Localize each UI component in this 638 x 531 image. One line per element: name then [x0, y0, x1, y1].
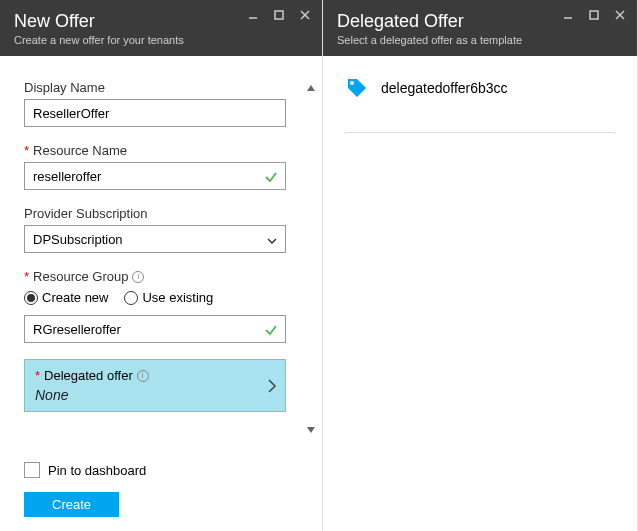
- delegated-offer-item[interactable]: delegatedoffer6b3cc: [345, 76, 615, 100]
- resource-group-input[interactable]: [24, 315, 286, 343]
- resource-group-label-text: Resource Group: [33, 269, 128, 284]
- resource-name-group: * Resource Name: [24, 143, 286, 190]
- resource-name-label: * Resource Name: [24, 143, 286, 158]
- delegated-offer-value: None: [35, 387, 275, 403]
- use-existing-label: Use existing: [142, 290, 213, 305]
- scrollbar[interactable]: [304, 80, 322, 450]
- pin-checkbox[interactable]: [24, 462, 40, 478]
- display-name-group: Display Name: [24, 80, 286, 127]
- display-name-input[interactable]: [24, 99, 286, 127]
- radio-circle-selected: [24, 291, 38, 305]
- scroll-down-icon[interactable]: [305, 424, 321, 440]
- create-button[interactable]: Create: [24, 492, 119, 517]
- use-existing-radio[interactable]: Use existing: [124, 290, 213, 305]
- check-icon: [264, 170, 278, 184]
- svg-rect-7: [590, 11, 598, 19]
- window-controls-left: [242, 6, 316, 24]
- delegated-offer-name: delegatedoffer6b3cc: [381, 80, 508, 96]
- close-button[interactable]: [294, 6, 316, 24]
- required-marker: *: [35, 368, 40, 383]
- provider-sub-select[interactable]: [24, 225, 286, 253]
- create-new-radio[interactable]: Create new: [24, 290, 108, 305]
- delegated-subtitle: Select a delegated offer as a template: [337, 34, 623, 46]
- required-marker: *: [24, 269, 29, 284]
- delegated-offer-label-text: Delegated offer: [44, 368, 133, 383]
- resource-group-label: * Resource Group i: [24, 269, 286, 284]
- tag-icon: [345, 76, 369, 100]
- svg-point-10: [350, 81, 354, 85]
- maximize-button[interactable]: [583, 6, 605, 24]
- panel-footer: Pin to dashboard Create: [0, 450, 322, 531]
- resource-name-input[interactable]: [24, 162, 286, 190]
- info-icon[interactable]: i: [132, 271, 144, 283]
- check-icon: [264, 323, 278, 337]
- maximize-button[interactable]: [268, 6, 290, 24]
- required-marker: *: [24, 143, 29, 158]
- scroll-up-icon[interactable]: [305, 82, 321, 98]
- delegated-offer-panel: Delegated Offer Select a delegated offer…: [323, 0, 638, 531]
- new-offer-subtitle: Create a new offer for your tenants: [14, 34, 308, 46]
- svg-marker-4: [307, 85, 315, 91]
- resource-group-radio-row: Create new Use existing: [24, 290, 286, 305]
- form-scroll: Display Name * Resource Name Provider Su…: [0, 80, 304, 450]
- chevron-right-icon: [267, 378, 277, 394]
- divider: [345, 132, 615, 133]
- provider-sub-group: Provider Subscription: [24, 206, 286, 253]
- svg-rect-1: [275, 11, 283, 19]
- provider-sub-label: Provider Subscription: [24, 206, 286, 221]
- display-name-label: Display Name: [24, 80, 286, 95]
- resource-name-label-text: Resource Name: [33, 143, 127, 158]
- panel-body-right: delegatedoffer6b3cc: [323, 56, 637, 153]
- window-controls-right: [557, 6, 631, 24]
- radio-circle-empty: [124, 291, 138, 305]
- panel-header-left: New Offer Create a new offer for your te…: [0, 0, 322, 56]
- create-new-label: Create new: [42, 290, 108, 305]
- new-offer-panel: New Offer Create a new offer for your te…: [0, 0, 323, 531]
- svg-marker-5: [307, 427, 315, 433]
- panel-header-right: Delegated Offer Select a delegated offer…: [323, 0, 637, 56]
- minimize-button[interactable]: [557, 6, 579, 24]
- delegated-offer-label: * Delegated offer i: [35, 368, 275, 383]
- panel-body-left: Display Name * Resource Name Provider Su…: [0, 56, 322, 450]
- info-icon[interactable]: i: [137, 370, 149, 382]
- resource-group-group: * Resource Group i Create new Use existi…: [24, 269, 286, 343]
- minimize-button[interactable]: [242, 6, 264, 24]
- delegated-offer-selector[interactable]: * Delegated offer i None: [24, 359, 286, 412]
- pin-row: Pin to dashboard: [24, 462, 298, 478]
- pin-label: Pin to dashboard: [48, 463, 146, 478]
- close-button[interactable]: [609, 6, 631, 24]
